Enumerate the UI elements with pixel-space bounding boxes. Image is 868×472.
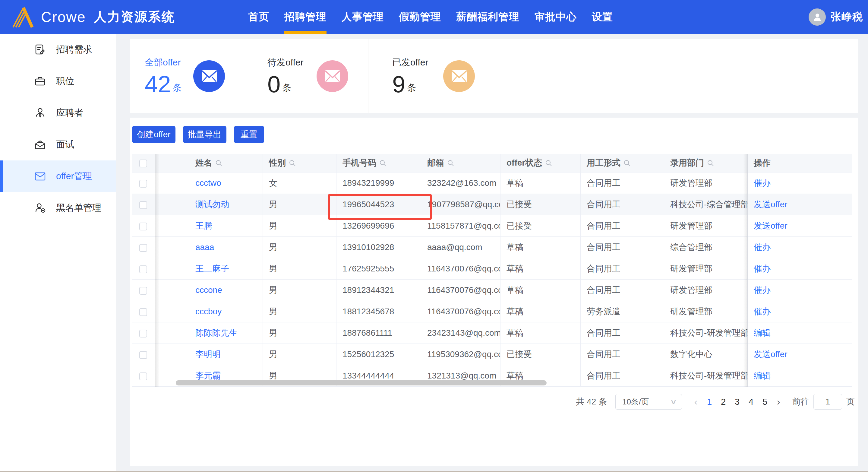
candidate-name-link[interactable]: cccone [195,285,222,295]
candidate-name-link[interactable]: 陈陈陈先生 [195,328,238,337]
row-action-link[interactable]: 发送offer [754,221,787,230]
sidebar: 招聘需求 职位 应聘者 面试 [0,34,116,471]
nav-item-compensation[interactable]: 薪酬福利管理 [456,0,520,34]
stat-value: 9 [392,72,405,96]
sidebar-item-interview[interactable]: 面试 [0,129,116,160]
search-icon[interactable] [289,159,296,169]
row-action-link[interactable]: 催办 [754,307,771,316]
page-number-2[interactable]: 2 [716,397,730,407]
row-checkbox[interactable] [139,265,147,273]
mail-badge-pink [316,60,348,92]
row-action-link[interactable]: 催办 [754,178,771,187]
user-name: 张峥税 [831,10,863,24]
row-action-link[interactable]: 发送offer [754,200,787,209]
toolbar: 创建offer 批量导出 重置 [132,126,855,143]
row-checkbox[interactable] [139,201,147,209]
row-action-link[interactable]: 催办 [754,242,771,252]
page-number-5[interactable]: 5 [758,397,772,407]
row-checkbox[interactable] [139,287,147,295]
brand-suffix: 人力资源系统 [94,8,175,25]
create-offer-button[interactable]: 创建offer [132,126,176,143]
sidebar-item-label: 黑名单管理 [56,202,101,214]
prev-page-button[interactable]: ‹ [689,396,703,408]
table-row: cccone 男 18912344321 1164370076@qq.com 草… [132,279,852,301]
nav-item-settings[interactable]: 设置 [592,0,613,34]
row-checkbox[interactable] [139,351,147,359]
candidate-name-link[interactable]: aaaa [195,242,214,252]
search-icon[interactable] [379,159,386,169]
candidate-name-link[interactable]: ccctwo [195,178,221,187]
header-status: offer状态 [500,154,581,173]
search-icon[interactable] [545,159,552,169]
nav-item-recruitment[interactable]: 招聘管理 [284,0,327,34]
page-number-3[interactable]: 3 [730,397,744,407]
nav-item-home[interactable]: 首页 [248,0,269,34]
offer-table-zone: 姓名 性别 手机号码 邮箱 offer状态 用工形式 录用部门 操作 [132,154,852,387]
reset-button[interactable]: 重置 [234,126,264,143]
nav-item-attendance[interactable]: 假勤管理 [399,0,441,34]
row-action-link[interactable]: 编辑 [754,328,771,337]
search-icon[interactable] [623,159,631,169]
goto-page-input[interactable] [813,394,842,410]
stat-all-offers: 全部offer 42 条 [130,39,245,113]
header-employment-type: 用工形式 [581,154,664,173]
row-action-link[interactable]: 编辑 [754,371,771,380]
row-checkbox[interactable] [139,330,147,337]
hr-system-screen: Crowe 人力资源系统 首页 招聘管理 人事管理 假勤管理 薪酬福利管理 审批… [0,0,868,472]
search-icon[interactable] [707,159,714,169]
chevron-down-icon: ∨ [670,397,678,406]
next-page-button[interactable]: › [772,396,785,408]
batch-export-button[interactable]: 批量导出 [183,126,226,143]
stat-unit: 条 [282,82,291,94]
header-name: 姓名 [189,154,263,173]
select-all-checkbox[interactable] [139,159,147,167]
candidate-name-link[interactable]: 王二麻子 [195,264,229,273]
row-checkbox[interactable] [139,244,147,252]
nav-item-personnel[interactable]: 人事管理 [342,0,384,34]
candidate-name-link[interactable]: 测试勿动 [195,200,229,209]
page-size-select[interactable]: 10条/页 ∨ [615,394,682,410]
row-checkbox[interactable] [139,180,147,187]
user-avatar[interactable] [809,8,826,26]
sidebar-item-positions[interactable]: 职位 [0,65,116,97]
brand-logo[interactable]: Crowe 人力资源系统 [11,0,175,34]
candidate-name-link[interactable]: cccboy [195,307,222,316]
page-size-value: 10条/页 [622,396,649,407]
sidebar-item-recruit-demand[interactable]: 招聘需求 [0,34,116,65]
candidate-name-link[interactable]: 王腾 [195,221,212,230]
row-action-link[interactable]: 发送offer [754,350,787,359]
row-checkbox[interactable] [139,223,147,230]
header-gender: 性别 [263,154,337,173]
row-checkbox[interactable] [139,308,147,316]
horizontal-scrollbar[interactable] [176,380,547,385]
sidebar-item-offer-management[interactable]: offer管理 [0,160,116,192]
search-icon[interactable] [215,159,222,169]
header-phone: 手机号码 [337,154,421,173]
nav-user[interactable]: 张峥税 [809,0,863,34]
brand-name: Crowe [41,9,86,25]
table-row: 王二麻子 男 17625925555 1164370076@qq.com 草稿 … [132,258,852,279]
pager: ‹ 1 2 3 4 5 › [689,396,785,408]
candidate-name-link[interactable]: 李明明 [195,350,221,359]
person-icon [812,12,823,22]
nav-item-approval[interactable]: 审批中心 [534,0,577,34]
row-action-link[interactable]: 催办 [754,285,771,295]
table-row: cccboy 男 18812345678 1164370076@qq.com 草… [132,301,852,322]
row-action-link[interactable]: 催办 [754,264,771,273]
table-header-row: 姓名 性别 手机号码 邮箱 offer状态 用工形式 录用部门 操作 [132,154,852,173]
candidate-name-link[interactable]: 李元霸 [195,371,221,380]
stat-value: 42 [145,72,171,96]
search-icon[interactable] [447,159,454,169]
row-checkbox[interactable] [139,373,147,380]
sidebar-item-label: 招聘需求 [56,43,92,56]
sidebar-item-label: 应聘者 [56,107,83,119]
sidebar-item-label: 职位 [56,75,74,87]
total-count-label: 共 42 条 [576,396,607,408]
sidebar-item-candidates[interactable]: 应聘者 [0,97,116,129]
stat-value: 0 [268,72,280,96]
page-number-1[interactable]: 1 [703,397,716,407]
stat-label: 待发offer [268,56,304,69]
header-select-all [132,154,155,173]
sidebar-item-blacklist[interactable]: 黑名单管理 [0,192,116,224]
page-number-4[interactable]: 4 [744,397,758,407]
